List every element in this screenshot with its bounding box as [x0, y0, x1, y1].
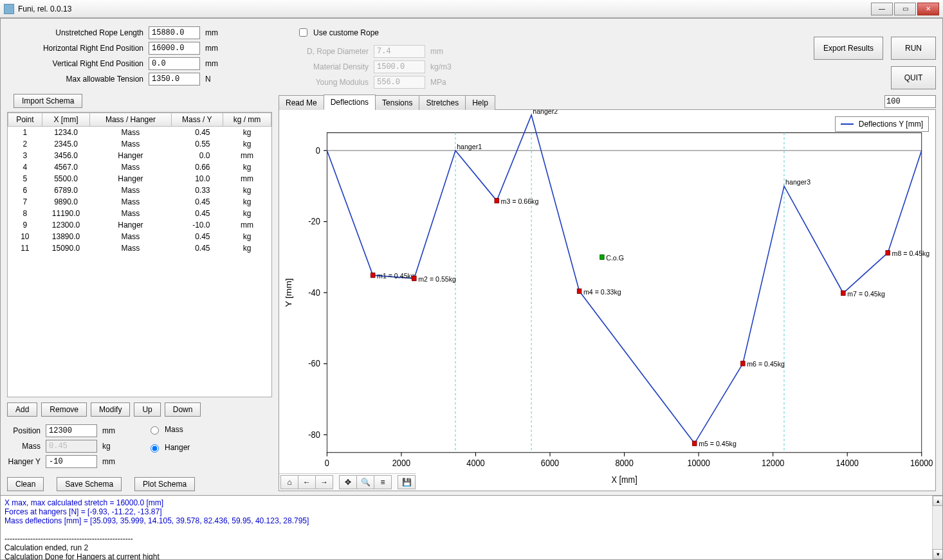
- tab-stretches[interactable]: Stretches: [419, 95, 466, 110]
- table-row[interactable]: 1013890.0Mass0.45kg: [8, 231, 271, 242]
- window-titlebar: Funi, rel. 0.0.13 — ▭ ✕: [0, 0, 943, 18]
- svg-text:-80: -80: [308, 429, 320, 440]
- unstretched-input[interactable]: [149, 26, 200, 39]
- svg-rect-38: [371, 273, 374, 277]
- table-row[interactable]: 44567.0Mass0.66kg: [8, 161, 271, 173]
- svg-text:m1 = 0.45kg: m1 = 0.45kg: [377, 271, 415, 280]
- svg-text:m8 = 0.45kg: m8 = 0.45kg: [892, 249, 930, 257]
- unstretched-label: Unstretched Rope Length: [7, 28, 149, 37]
- svg-rect-0: [327, 133, 921, 453]
- svg-text:12000: 12000: [762, 458, 784, 468]
- home-icon[interactable]: ⌂: [280, 475, 298, 489]
- svg-text:0: 0: [325, 458, 329, 468]
- custom-rope-label: Use custome Rope: [313, 28, 379, 37]
- app-icon: [4, 4, 14, 14]
- tab-tensions[interactable]: Tensions: [375, 95, 419, 110]
- svg-text:hanger3: hanger3: [785, 178, 810, 186]
- svg-rect-44: [577, 289, 581, 293]
- svg-text:14000: 14000: [836, 458, 858, 468]
- vrend-input[interactable]: [149, 57, 200, 70]
- vrend-unit: mm: [205, 59, 231, 68]
- scroll-up-icon[interactable]: ▴: [933, 496, 942, 506]
- svg-rect-50: [841, 291, 845, 295]
- table-row[interactable]: 66789.0Mass0.33kg: [8, 185, 271, 196]
- diameter-unit: mm: [430, 47, 456, 56]
- tab-input[interactable]: [884, 95, 936, 108]
- log-line: X max, max calculated stretch = 16000.0 …: [5, 498, 938, 507]
- plot-schema-button[interactable]: Plot Schema: [134, 477, 195, 491]
- forward-icon[interactable]: →: [315, 475, 333, 489]
- log-line: Forces at hangers [N] = [-9.93, -11.22, …: [5, 507, 938, 516]
- modify-button[interactable]: Modify: [91, 402, 130, 417]
- svg-text:10000: 10000: [687, 458, 710, 468]
- svg-text:0: 0: [316, 145, 320, 156]
- clean-button[interactable]: Clean: [7, 477, 44, 491]
- maxtension-unit: N: [205, 75, 231, 84]
- hrend-unit: mm: [205, 44, 231, 53]
- svg-text:m2 = 0.55kg: m2 = 0.55kg: [418, 275, 456, 283]
- window-title: Funi, rel. 0.0.13: [18, 5, 71, 14]
- import-schema-button[interactable]: Import Schema: [14, 94, 82, 108]
- down-button[interactable]: Down: [165, 402, 201, 417]
- radio-hanger[interactable]: Hanger: [147, 442, 190, 453]
- table-row[interactable]: 912300.0Hanger-10.0mm: [8, 219, 271, 231]
- hangery-label: Hanger Y: [7, 457, 46, 466]
- th-masshanger: Mass / Hanger: [90, 113, 171, 127]
- mass-input: [46, 440, 97, 453]
- svg-rect-42: [495, 199, 499, 203]
- hrend-input[interactable]: [149, 42, 200, 55]
- position-input[interactable]: [46, 424, 97, 437]
- th-massy: Mass / Y: [171, 113, 223, 127]
- save-schema-button[interactable]: Save Schema: [57, 477, 122, 491]
- tab-help[interactable]: Help: [465, 95, 495, 110]
- log-line: Mass deflections [mm] = [35.093, 35.999,…: [5, 516, 938, 525]
- radio-mass[interactable]: Mass: [147, 424, 190, 435]
- run-button[interactable]: RUN: [891, 37, 936, 60]
- table-row[interactable]: 33456.0Hanger0.0mm: [8, 150, 271, 161]
- maximize-button[interactable]: ▭: [894, 3, 916, 15]
- table-row[interactable]: 11234.0Mass0.45kg: [8, 127, 271, 139]
- up-button[interactable]: Up: [134, 402, 160, 417]
- table-row[interactable]: 55500.0Hanger10.0mm: [8, 173, 271, 185]
- log-line: Calculation ended, run 2: [5, 543, 938, 552]
- scroll-down-icon[interactable]: ▾: [933, 549, 942, 559]
- points-table[interactable]: Point X [mm] Mass / Hanger Mass / Y kg /…: [7, 112, 272, 397]
- minimize-button[interactable]: —: [871, 3, 893, 15]
- log-line: Calculation Done for Hangers at current …: [5, 552, 938, 559]
- hangery-input[interactable]: [46, 455, 97, 468]
- svg-text:m5 = 0.45kg: m5 = 0.45kg: [699, 440, 737, 448]
- config-icon[interactable]: ≡: [374, 475, 392, 489]
- svg-text:-40: -40: [308, 287, 320, 298]
- svg-text:hanger1: hanger1: [457, 142, 482, 150]
- close-button[interactable]: ✕: [917, 3, 939, 15]
- log-panel: X max, max calculated stretch = 16000.0 …: [1, 495, 942, 559]
- tab-deflections[interactable]: Deflections: [324, 95, 376, 110]
- remove-button[interactable]: Remove: [41, 402, 87, 417]
- table-row[interactable]: 811190.0Mass0.45kg: [8, 208, 271, 219]
- th-point: Point: [8, 113, 42, 127]
- table-row[interactable]: 1115090.0Mass0.45kg: [8, 242, 271, 254]
- tab-readme[interactable]: Read Me: [279, 95, 324, 110]
- export-results-button[interactable]: Export Results: [814, 37, 883, 60]
- save-icon[interactable]: 💾: [398, 475, 416, 489]
- young-label: Young Modulus: [297, 78, 374, 87]
- maxtension-input[interactable]: [149, 73, 200, 86]
- svg-text:8000: 8000: [615, 458, 633, 468]
- young-unit: MPa: [430, 78, 456, 87]
- svg-text:X  [mm]: X [mm]: [611, 475, 637, 485]
- back-icon[interactable]: ←: [298, 475, 316, 489]
- table-row[interactable]: 22345.0Mass0.55kg: [8, 138, 271, 150]
- svg-rect-54: [600, 255, 604, 259]
- pan-icon[interactable]: ✥: [339, 475, 357, 489]
- table-row[interactable]: 79890.0Mass0.45kg: [8, 196, 271, 208]
- quit-button[interactable]: QUIT: [891, 66, 936, 89]
- vrend-label: Vertical Right End Position: [7, 59, 149, 68]
- mass-unit: kg: [102, 442, 128, 451]
- zoom-icon[interactable]: 🔍: [356, 475, 374, 489]
- add-button[interactable]: Add: [7, 402, 37, 417]
- log-line: ----------------------------------------…: [5, 534, 938, 543]
- density-unit: kg/m3: [430, 62, 456, 71]
- svg-text:Y  [mm]: Y [mm]: [284, 278, 293, 307]
- custom-rope-checkbox[interactable]: [299, 28, 307, 37]
- young-input: [374, 76, 425, 89]
